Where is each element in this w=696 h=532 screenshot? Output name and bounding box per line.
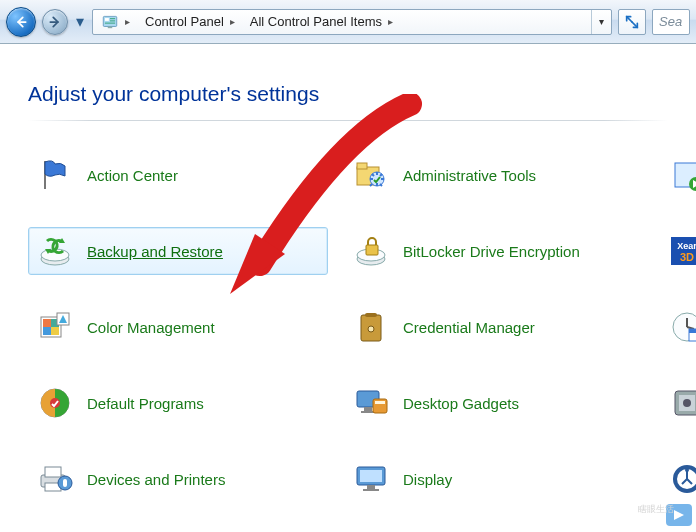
breadcrumb-control-panel[interactable]: Control Panel ▸ — [137, 10, 242, 34]
item-label: Action Center — [87, 167, 178, 184]
forward-button[interactable] — [42, 9, 68, 35]
svg-rect-57 — [367, 485, 375, 489]
breadcrumb-all-items[interactable]: All Control Panel Items ▸ — [242, 10, 400, 34]
item-partial-2[interactable]: Xear3D — [660, 227, 696, 275]
bitlocker-icon — [353, 233, 389, 269]
devices-printers-icon — [37, 461, 73, 497]
address-dropdown[interactable]: ▾ — [591, 10, 611, 34]
device-manager-icon — [669, 385, 696, 421]
nav-bar: ▾ ▸ Control Panel ▸ All Control Panel It… — [0, 0, 696, 44]
svg-rect-51 — [45, 467, 61, 477]
item-partial-5[interactable] — [660, 455, 696, 503]
item-label: Display — [403, 471, 452, 488]
svg-rect-46 — [375, 401, 385, 404]
search-placeholder: Sea — [659, 14, 682, 29]
control-panel-icon — [101, 13, 119, 31]
item-display[interactable]: Display — [344, 455, 644, 503]
desktop-gadgets-icon — [353, 385, 389, 421]
svg-rect-27 — [43, 327, 51, 335]
svg-rect-5 — [110, 20, 115, 21]
item-desktop-gadgets[interactable]: Desktop Gadgets — [344, 379, 644, 427]
item-label: Devices and Printers — [87, 471, 225, 488]
item-color-management[interactable]: Color Management — [28, 303, 328, 351]
item-partial-1[interactable] — [660, 151, 696, 199]
item-partial-3[interactable] — [660, 303, 696, 351]
recent-pages-dropdown[interactable]: ▾ — [74, 12, 86, 32]
breadcrumb-label: Control Panel — [145, 14, 224, 29]
svg-rect-58 — [363, 489, 379, 491]
svg-rect-6 — [105, 22, 115, 23]
svg-text:3D: 3D — [680, 251, 694, 263]
item-label: BitLocker Drive Encryption — [403, 243, 580, 260]
backup-restore-icon — [37, 233, 73, 269]
display-icon — [353, 461, 389, 497]
svg-point-33 — [368, 326, 374, 332]
svg-rect-43 — [364, 407, 372, 411]
item-credential-manager[interactable]: Credential Manager — [344, 303, 644, 351]
item-action-center[interactable]: Action Center — [28, 151, 328, 199]
svg-rect-56 — [360, 470, 382, 482]
item-default-programs[interactable]: Default Programs — [28, 379, 328, 427]
svg-text:Xear: Xear — [677, 241, 696, 251]
item-label: Administrative Tools — [403, 167, 536, 184]
autoplay-icon — [669, 157, 696, 193]
address-bar[interactable]: ▸ Control Panel ▸ All Control Panel Item… — [92, 9, 612, 35]
item-backup-restore[interactable]: Backup and Restore — [28, 227, 328, 275]
svg-text:瞎眼生活: 瞎眼生活 — [638, 504, 674, 514]
svg-rect-34 — [365, 313, 377, 317]
page-title: Adjust your computer's settings — [28, 82, 668, 106]
svg-rect-3 — [105, 18, 109, 21]
svg-rect-20 — [366, 245, 378, 255]
admin-tools-icon — [353, 157, 389, 193]
divider — [28, 120, 668, 121]
watermark: 瞎眼生活 — [636, 498, 696, 532]
item-devices-printers[interactable]: Devices and Printers — [28, 455, 328, 503]
flag-icon — [37, 157, 73, 193]
items-grid: Action Center Administrative Tools Backu… — [28, 151, 668, 532]
xear-3d-icon: Xear3D — [669, 233, 696, 269]
default-programs-icon — [37, 385, 73, 421]
chevron-right-icon: ▸ — [125, 16, 130, 27]
refresh-button[interactable] — [618, 9, 646, 35]
item-admin-tools[interactable]: Administrative Tools — [344, 151, 644, 199]
svg-rect-7 — [108, 26, 113, 28]
item-label: Desktop Gadgets — [403, 395, 519, 412]
item-partial-4[interactable] — [660, 379, 696, 427]
svg-rect-4 — [110, 18, 115, 19]
breadcrumb-icon-root[interactable]: ▸ — [93, 10, 137, 34]
search-input[interactable]: Sea — [652, 9, 690, 35]
svg-rect-39 — [689, 329, 696, 333]
color-management-icon — [37, 309, 73, 345]
svg-rect-9 — [357, 163, 367, 169]
svg-point-41 — [50, 398, 60, 408]
svg-point-61 — [685, 468, 689, 472]
svg-rect-54 — [63, 479, 67, 487]
content-area: Adjust your computer's settings Action C… — [0, 44, 696, 532]
ease-of-access-icon — [669, 461, 696, 497]
item-bitlocker[interactable]: BitLocker Drive Encryption — [344, 227, 644, 275]
breadcrumb-label: All Control Panel Items — [250, 14, 382, 29]
svg-rect-25 — [43, 319, 51, 327]
credential-manager-icon — [353, 309, 389, 345]
item-label: Credential Manager — [403, 319, 535, 336]
item-label: Default Programs — [87, 395, 204, 412]
svg-rect-28 — [51, 327, 59, 335]
item-label: Backup and Restore — [87, 243, 223, 260]
back-button[interactable] — [6, 7, 36, 37]
chevron-right-icon: ▸ — [388, 16, 393, 27]
chevron-right-icon: ▸ — [230, 16, 235, 27]
datetime-icon — [669, 309, 696, 345]
svg-point-49 — [683, 399, 691, 407]
item-label: Color Management — [87, 319, 215, 336]
